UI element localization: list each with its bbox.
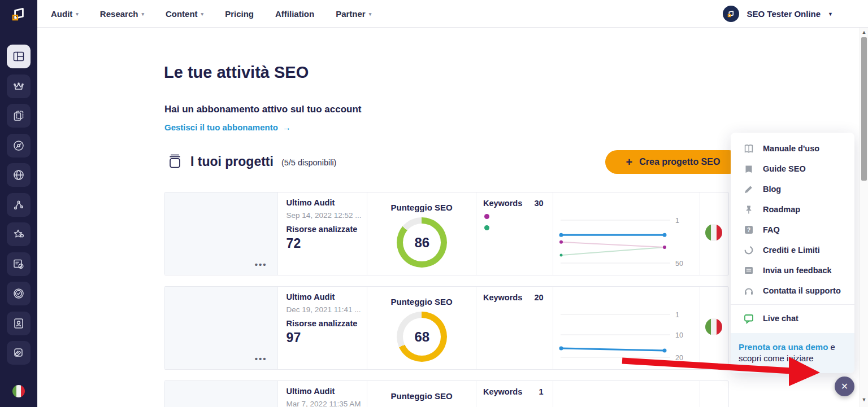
nav-item-pricing[interactable]: Pricing: [225, 9, 254, 19]
flag-stripe: [21, 385, 25, 397]
keywords-label: Keywords: [483, 199, 522, 208]
help-menu-item-blog[interactable]: Blog: [731, 179, 854, 199]
sidebar-item-network[interactable]: [7, 193, 31, 217]
italy-flag-icon: [705, 318, 722, 335]
nav-item-label: Partner: [336, 9, 366, 19]
subscription-status-text: Hai un abbonamento attivo sul tuo accoun…: [164, 104, 362, 115]
nav-item-research[interactable]: Research▾: [100, 9, 144, 19]
sidebar-item-contact-card[interactable]: [7, 312, 31, 335]
seo-tester-logo-icon: [9, 5, 28, 24]
dashboard-icon: [12, 50, 25, 63]
sidebar-item-pages[interactable]: [7, 104, 31, 128]
scroll-down-icon[interactable]: ▼: [860, 397, 868, 402]
last-audit-label: Ultimo Audit: [287, 387, 367, 396]
scrollbar-thumb[interactable]: [861, 37, 867, 181]
italy-flag-icon: [705, 224, 722, 241]
keywords-cell: Keywords30: [476, 192, 553, 275]
report-check-icon: [12, 257, 25, 271]
livechat-icon: [743, 313, 754, 324]
last-audit-label: Ultimo Audit: [287, 198, 367, 207]
archive-icon: [167, 153, 183, 170]
resources-value: 97: [287, 330, 367, 345]
account-logo-badge: [723, 6, 739, 22]
help-menu-item-roadmap[interactable]: Roadmap: [731, 199, 854, 220]
help-menu-item-crediti-e-limiti[interactable]: Crediti e Limiti: [731, 240, 854, 260]
help-menu-item-label: FAQ: [763, 225, 780, 234]
help-menu-item-label: Live chat: [763, 314, 798, 323]
book-demo-link[interactable]: Prenota ora una demo: [739, 342, 828, 352]
pages-icon: [12, 109, 25, 122]
nav-item-affiliation[interactable]: Affiliation: [275, 9, 314, 19]
flag-stripe: [705, 224, 711, 241]
nav-item-partner[interactable]: Partner▾: [336, 9, 371, 19]
sidebar-item-note-link[interactable]: [7, 341, 31, 365]
project-options-button[interactable]: •••: [255, 354, 267, 364]
sidebar-item-badge-check[interactable]: [7, 282, 31, 305]
sidebar-item-globe[interactable]: [7, 163, 31, 187]
flag-stripe: [717, 318, 722, 335]
help-menu-items: Manuale d'usoGuide SEOBlogRoadmap?FAQCre…: [731, 138, 854, 329]
resources-label: Risorse analizzate: [287, 225, 367, 234]
sidebar-item-report-check[interactable]: [7, 252, 31, 276]
pencil-icon: [743, 183, 754, 195]
keywords-count: 30: [534, 199, 543, 208]
svg-text:50: 50: [675, 260, 683, 268]
keyword-group-blue: [561, 348, 665, 351]
sidebar-item-dashboard[interactable]: [7, 45, 31, 68]
keyword-group-dot: [484, 225, 489, 230]
help-menu-item-faq[interactable]: ?FAQ: [731, 220, 854, 240]
audit-info-cell: Ultimo AuditMar 7, 2022 11:35 AM: [278, 381, 368, 407]
close-help-button[interactable]: ✕: [835, 377, 854, 396]
project-thumbnail[interactable]: •••: [164, 192, 278, 275]
seo-score-value: 68: [403, 318, 441, 356]
nav-item-audit[interactable]: Audit▾: [51, 9, 79, 19]
seo-score-cell: Punteggio SEO86: [367, 192, 476, 275]
network-icon: [12, 198, 25, 212]
help-menu-item-label: Invia un feedback: [763, 266, 832, 275]
help-menu-item-manuale-d-uso[interactable]: Manuale d'uso: [731, 138, 854, 159]
flag-stripe: [711, 318, 717, 335]
projects-availability: (5/5 disponibili): [281, 158, 337, 167]
help-menu-item-contatta-il-supporto[interactable]: Contatta il supporto: [731, 281, 854, 301]
pushpin-icon: [743, 204, 754, 215]
project-thumbnail[interactable]: •••: [164, 287, 278, 369]
chevron-down-icon: ▾: [141, 11, 144, 17]
svg-text:1: 1: [675, 217, 679, 225]
sidebar-item-star-plus[interactable]: [7, 222, 31, 246]
nav-item-content[interactable]: Content▾: [166, 9, 203, 19]
flag-stripe: [711, 224, 717, 241]
seo-tester-logo-icon: [726, 9, 736, 19]
last-audit-date: Dec 19, 2021 11:41 ...: [287, 305, 367, 314]
nav-item-label: Pricing: [225, 9, 254, 19]
crown-icon: [12, 80, 25, 93]
help-menu-item-label: Manuale d'uso: [763, 144, 819, 153]
help-menu-item-live-chat[interactable]: Live chat: [731, 308, 854, 329]
credits-icon: [743, 244, 754, 256]
project-options-button[interactable]: •••: [255, 260, 267, 269]
globe-icon: [12, 168, 25, 182]
seo-score-cell: Punteggio SEO: [367, 381, 476, 407]
feedback-icon: [743, 265, 754, 276]
svg-text:10: 10: [675, 331, 683, 339]
help-menu-item-invia-un-feedback[interactable]: Invia un feedback: [731, 260, 854, 281]
seo-score-label: Punteggio SEO: [367, 391, 476, 401]
headset-icon: [743, 285, 754, 296]
nav-item-label: Affiliation: [275, 9, 314, 19]
sidebar-item-disc[interactable]: [7, 134, 31, 157]
manage-subscription-link[interactable]: Gestisci il tuo abbonamento →: [164, 122, 291, 132]
help-menu-item-label: Contatta il supporto: [763, 286, 841, 295]
app-logo[interactable]: [0, 0, 37, 28]
disc-icon: [12, 139, 25, 152]
project-thumbnail[interactable]: MS: [164, 381, 278, 407]
seo-score-label: Punteggio SEO: [367, 203, 476, 212]
account-menu[interactable]: SEO Tester Online ▼: [723, 0, 833, 28]
nav-item-label: Content: [166, 9, 198, 19]
sidebar-item-crown[interactable]: [7, 75, 31, 98]
svg-text:1: 1: [675, 311, 679, 319]
create-project-button[interactable]: + Crea progetto SEO: [605, 150, 741, 174]
help-menu-item-guide-seo[interactable]: Guide SEO: [731, 159, 854, 179]
page-scrollbar[interactable]: ▲ ▼: [860, 28, 868, 407]
last-audit-date: Mar 7, 2022 11:35 AM: [287, 400, 367, 407]
scroll-up-icon[interactable]: ▲: [860, 29, 868, 35]
seo-score-value: 86: [403, 224, 441, 261]
